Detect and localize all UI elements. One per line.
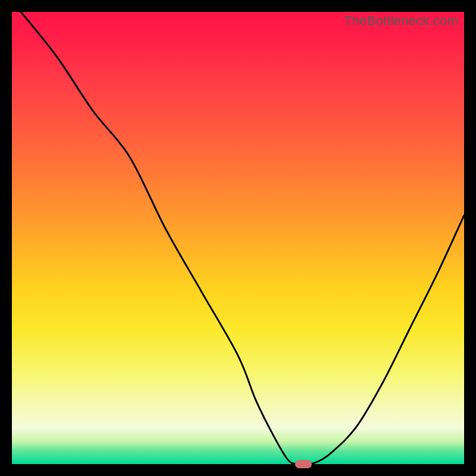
optimal-marker bbox=[295, 460, 312, 468]
bottleneck-curve bbox=[12, 12, 464, 464]
chart-frame: TheBottleneck.com bbox=[0, 0, 476, 476]
plot-area: TheBottleneck.com bbox=[12, 12, 464, 464]
attribution-label: TheBottleneck.com bbox=[344, 13, 458, 29]
